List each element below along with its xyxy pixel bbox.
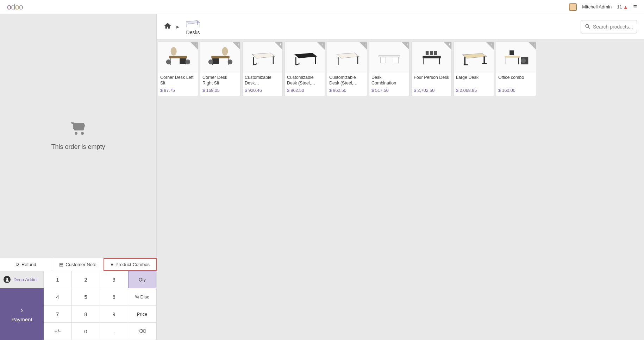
cart-icon [70, 121, 87, 139]
svg-rect-41 [483, 56, 484, 64]
product-price: $ 920.46 [245, 88, 280, 93]
product-card[interactable]: i Office combo $ 160.00 [496, 42, 536, 96]
info-icon[interactable]: i [449, 42, 450, 46]
note-icon: ▤ [59, 262, 63, 267]
desk-icon [184, 18, 202, 28]
product-name: Customizable Desk… [245, 75, 280, 86]
product-name: Office combo [498, 75, 534, 86]
product-image: i [243, 42, 282, 73]
notif-count: 11 [617, 4, 622, 10]
product-grid: i Corner Desk Left Sit $ 97.75 i Corner … [157, 40, 644, 98]
search-input[interactable] [593, 24, 644, 30]
info-corner[interactable] [528, 42, 536, 50]
logo[interactable]: odoo [7, 2, 23, 12]
breadcrumb-bar: ▶ Desks [157, 14, 644, 40]
mode-price[interactable]: Price [128, 306, 156, 323]
breadcrumb-separator: ▶ [176, 25, 179, 29]
svg-point-7 [586, 24, 589, 27]
product-card[interactable]: i Customizable Desk… $ 920.46 [242, 42, 283, 96]
category-desks[interactable]: Desks [184, 18, 202, 35]
order-panel: This order is empty ↺ Refund ▤ Customer … [0, 14, 157, 340]
product-image: i [496, 42, 536, 73]
info-icon[interactable]: i [407, 42, 408, 46]
numkey-0[interactable]: 0 [72, 323, 100, 340]
cart-empty-text: This order is empty [51, 143, 105, 151]
customer-note-button[interactable]: ▤ Customer Note [52, 258, 104, 271]
svg-rect-37 [434, 51, 437, 55]
info-corner[interactable] [401, 42, 409, 50]
product-card[interactable]: i Corner Desk Right Sit $ 169.05 [200, 42, 240, 96]
category-label: Desks [186, 30, 200, 35]
numkey-5[interactable]: 5 [72, 288, 100, 306]
search-box[interactable] [581, 20, 637, 33]
info-icon[interactable]: i [238, 42, 239, 46]
svg-point-15 [185, 59, 190, 64]
svg-point-22 [227, 59, 232, 64]
product-price: $ 169.05 [202, 88, 238, 93]
warning-icon: ▲ [623, 4, 628, 10]
refund-button[interactable]: ↺ Refund [0, 258, 52, 271]
customer-button[interactable]: Deco Addict [0, 271, 44, 288]
info-corner[interactable] [275, 42, 282, 50]
svg-rect-10 [169, 56, 187, 58]
payment-button[interactable]: › Payment [0, 288, 44, 340]
product-combos-label: Product Combos [115, 262, 150, 267]
svg-rect-32 [380, 57, 386, 63]
numkey-dot[interactable]: . [100, 323, 128, 340]
undo-icon: ↺ [15, 262, 19, 267]
svg-point-2 [81, 132, 84, 135]
info-icon[interactable]: i [533, 42, 534, 46]
menu-icon[interactable]: ≡ [633, 3, 637, 11]
product-name: Corner Desk Right Sit [202, 75, 238, 86]
info-corner[interactable] [444, 42, 451, 50]
cart-empty: This order is empty [0, 14, 156, 258]
avatar[interactable] [569, 3, 577, 11]
info-icon[interactable]: i [491, 42, 492, 46]
product-price: $ 160.00 [498, 88, 534, 93]
product-combos-button[interactable]: ≡ Product Combos [104, 258, 157, 271]
info-icon[interactable]: i [322, 42, 323, 46]
numkey-backspace[interactable]: ⌫ [128, 323, 156, 340]
svg-rect-18 [212, 58, 219, 64]
svg-line-8 [588, 27, 590, 29]
product-image: i [369, 42, 409, 73]
numkey-4[interactable]: 4 [44, 288, 72, 306]
numkey-8[interactable]: 8 [72, 306, 100, 323]
user-name[interactable]: Mitchell Admin [582, 4, 612, 10]
numkey-1[interactable]: 1 [44, 271, 72, 288]
product-card[interactable]: i Customizable Desk (Steel,… $ 862.50 [285, 42, 325, 96]
info-icon[interactable]: i [195, 42, 196, 46]
product-image: i [200, 42, 240, 73]
svg-rect-31 [379, 55, 400, 57]
info-icon[interactable]: i [280, 42, 281, 46]
product-card[interactable]: i Desk Combination $ 517.50 [369, 42, 409, 96]
product-name: Corner Desk Left Sit [160, 75, 196, 86]
mode-qty[interactable]: Qty [128, 271, 156, 288]
refund-label: Refund [21, 262, 36, 267]
info-icon[interactable]: i [364, 42, 365, 46]
numkey-9[interactable]: 9 [100, 306, 128, 323]
info-corner[interactable] [317, 42, 325, 50]
notifications[interactable]: 11 ▲ [617, 4, 628, 10]
numkey-2[interactable]: 2 [72, 271, 100, 288]
numkey-7[interactable]: 7 [44, 306, 72, 323]
home-icon[interactable] [164, 22, 171, 32]
svg-line-28 [296, 64, 299, 65]
numkey-3[interactable]: 3 [100, 271, 128, 288]
product-card[interactable]: i Corner Desk Left Sit $ 97.75 [158, 42, 198, 96]
svg-rect-36 [430, 51, 433, 55]
person-icon [4, 276, 11, 283]
numkey-plusminus[interactable]: +/- [44, 323, 72, 340]
product-card[interactable]: i Large Desk $ 2,068.85 [454, 42, 494, 96]
product-name: Four Person Desk [414, 75, 449, 86]
product-card[interactable]: i Four Person Desk $ 2,702.50 [411, 42, 452, 96]
product-card[interactable]: i Customizable Desk (Steel,… $ 862.50 [327, 42, 367, 96]
svg-point-21 [208, 59, 213, 64]
info-corner[interactable] [232, 42, 240, 50]
info-corner[interactable] [486, 42, 494, 50]
numkey-6[interactable]: 6 [100, 288, 128, 306]
svg-point-1 [75, 132, 77, 135]
mode-disc[interactable]: % Disc [128, 288, 156, 306]
info-corner[interactable] [190, 42, 198, 50]
info-corner[interactable] [359, 42, 367, 50]
